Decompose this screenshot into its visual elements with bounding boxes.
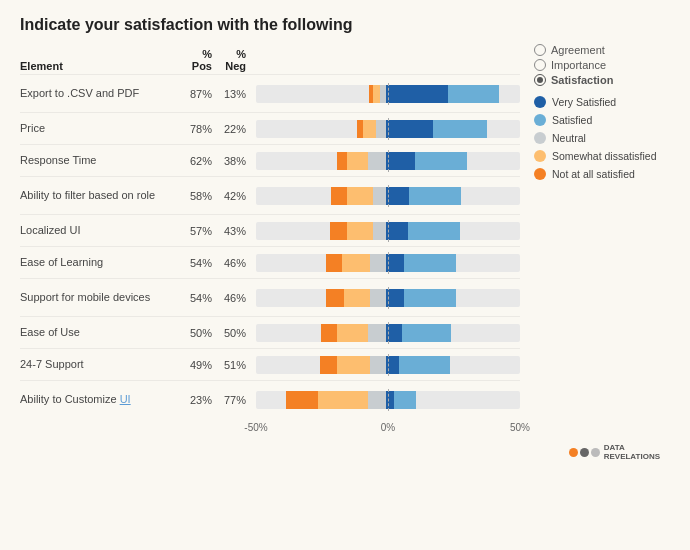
row-neg: 46% [218, 257, 256, 269]
bar-segment-neutral [370, 254, 386, 272]
bar-segment-neutral [380, 85, 387, 103]
row-neg: 77% [218, 394, 256, 406]
bar-segment-neutral [373, 187, 386, 205]
legend-dot [534, 150, 546, 162]
x-axis: -50%0%50% [256, 422, 520, 438]
legend-dot [534, 114, 546, 126]
bar-segment-not_at_all [357, 120, 362, 138]
row-label: Support for mobile devices [20, 291, 180, 305]
bar-segment-somewhat [347, 187, 373, 205]
bar-segment-very_satisfied [386, 120, 433, 138]
row-neg: 42% [218, 190, 256, 202]
bar-segment-neutral [373, 222, 386, 240]
row-neg: 43% [218, 225, 256, 237]
col-pos: % Pos [180, 48, 218, 72]
bar-segment-not_at_all [326, 289, 344, 307]
bar-segment-not_at_all [369, 85, 373, 103]
row-pos: 23% [180, 394, 218, 406]
table-row: 24-7 Support49%51% [20, 348, 520, 380]
bar-segment-neutral [376, 120, 386, 138]
bar-segment-somewhat [318, 391, 367, 409]
row-pos: 54% [180, 257, 218, 269]
bar-segment-not_at_all [321, 324, 337, 342]
bar-segment-satisfied [394, 391, 416, 409]
bar-segment-satisfied [448, 85, 499, 103]
bar-segment-neutral [370, 356, 386, 374]
legend-top-satisfaction[interactable]: Satisfaction [534, 74, 670, 86]
table-row: Localized UI57%43% [20, 214, 520, 246]
legend-item: Not at all satisfied [534, 168, 670, 180]
chart-title: Indicate your satisfaction with the foll… [20, 16, 670, 34]
col-element: Element [20, 60, 180, 72]
legend-top-importance[interactable]: Importance [534, 59, 670, 71]
row-neg: 38% [218, 155, 256, 167]
row-pos: 62% [180, 155, 218, 167]
bar-segment-somewhat [347, 152, 368, 170]
row-neg: 50% [218, 327, 256, 339]
legend-label: Very Satisfied [552, 96, 616, 108]
bar-segment-satisfied [415, 152, 467, 170]
row-label: Price [20, 122, 180, 136]
col-neg: % Neg [218, 48, 256, 72]
table-row: Ability to filter based on role58%42% [20, 176, 520, 214]
main-container: Indicate your satisfaction with the foll… [0, 0, 690, 478]
bar-segment-not_at_all [286, 391, 319, 409]
bar-segment-not_at_all [320, 356, 337, 374]
legend-item: Satisfied [534, 114, 670, 126]
row-pos: 78% [180, 123, 218, 135]
x-axis-label: -50% [244, 422, 267, 433]
row-pos: 54% [180, 292, 218, 304]
legend-label: Satisfied [552, 114, 592, 126]
footer: DATA REVELATIONS [20, 444, 670, 462]
row-pos: 50% [180, 327, 218, 339]
legend-item: Neutral [534, 132, 670, 144]
bar-segment-not_at_all [337, 152, 347, 170]
bar-segment-not_at_all [326, 254, 342, 272]
row-neg: 22% [218, 123, 256, 135]
bar-segment-satisfied [408, 222, 460, 240]
row-label: 24-7 Support [20, 358, 180, 372]
row-pos: 57% [180, 225, 218, 237]
x-axis-label: 0% [381, 422, 395, 433]
table-row: Support for mobile devices54%46% [20, 278, 520, 316]
row-pos: 87% [180, 88, 218, 100]
table-row: Ease of Learning54%46% [20, 246, 520, 278]
rows-container: Export to .CSV and PDF87%13%Price78%22%R… [20, 74, 520, 418]
bar-segment-satisfied [404, 289, 456, 307]
bar-segment-satisfied [404, 254, 456, 272]
row-pos: 49% [180, 359, 218, 371]
table-row: Response Time62%38% [20, 144, 520, 176]
bar-segment-somewhat [344, 289, 370, 307]
row-label: Ability to filter based on role [20, 189, 180, 203]
legend-label: Neutral [552, 132, 586, 144]
table-row: Ease of Use50%50% [20, 316, 520, 348]
bar-segment-not_at_all [330, 222, 347, 240]
bar-segment-satisfied [399, 356, 450, 374]
legend-dot [534, 132, 546, 144]
row-label: Response Time [20, 154, 180, 168]
row-label: Ease of Learning [20, 256, 180, 270]
chart-table: Element % Pos % Neg Export to .CSV and P… [20, 44, 520, 438]
bar-segment-not_at_all [331, 187, 347, 205]
row-label: Ease of Use [20, 326, 180, 340]
table-row: Price78%22% [20, 112, 520, 144]
legend-right: Agreement Importance Satisfaction Very S… [520, 44, 670, 438]
legend-item: Somewhat dissatisfied [534, 150, 670, 162]
bar-segment-somewhat [347, 222, 373, 240]
legend-item: Very Satisfied [534, 96, 670, 108]
bar-segment-very_satisfied [386, 187, 409, 205]
bar-segment-satisfied [402, 324, 451, 342]
bar-segment-neutral [368, 391, 386, 409]
bar-segment-satisfied [433, 120, 488, 138]
legend-top-agreement[interactable]: Agreement [534, 44, 670, 56]
legend-label: Not at all satisfied [552, 168, 635, 180]
row-label: Localized UI [20, 224, 180, 238]
bar-segment-somewhat [373, 85, 380, 103]
legend-dot [534, 96, 546, 108]
row-pos: 58% [180, 190, 218, 202]
legend-label: Somewhat dissatisfied [552, 150, 656, 162]
row-neg: 13% [218, 88, 256, 100]
bar-segment-very_satisfied [386, 222, 408, 240]
bar-segment-somewhat [342, 254, 371, 272]
bar-segment-neutral [370, 289, 386, 307]
